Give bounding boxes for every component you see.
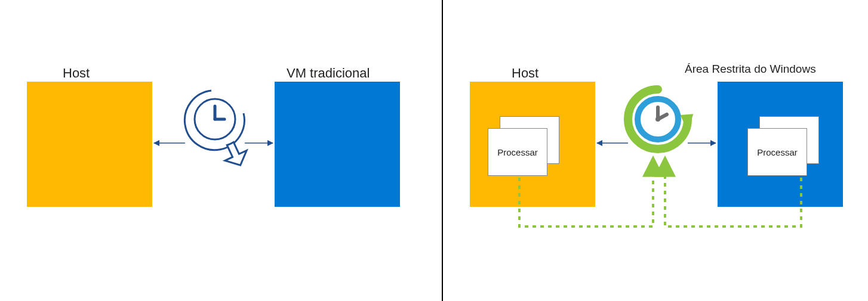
sandbox-panel: Host Área Restrita do Windows Processar … — [443, 0, 868, 301]
host-label-left: Host — [63, 66, 90, 81]
host-process-front: Processar — [488, 128, 547, 176]
svg-line-5 — [658, 114, 667, 119]
sandbox-process-stack: Processar — [747, 116, 819, 176]
integrated-scheduler-icon — [628, 89, 695, 149]
svg-point-0 — [195, 99, 235, 139]
host-label-right: Host — [512, 66, 538, 81]
vm-box-left — [275, 82, 400, 207]
scheduler-clock-icon — [184, 91, 251, 170]
vm-label-left: VM tradicional — [287, 66, 370, 81]
svg-point-6 — [655, 117, 660, 122]
sandbox-process-front: Processar — [747, 128, 807, 176]
sandbox-label-right: Área Restrita do Windows — [685, 63, 816, 76]
host-box-left — [27, 82, 152, 207]
svg-point-3 — [638, 99, 678, 139]
host-process-stack: Processar — [488, 116, 559, 176]
traditional-vm-panel: Host VM tradicional — [0, 0, 442, 301]
